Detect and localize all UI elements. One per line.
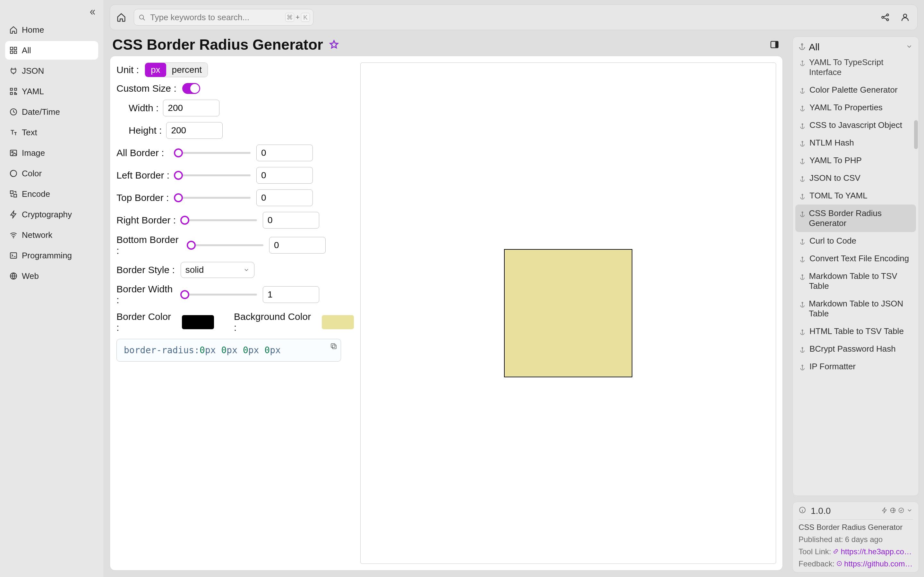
code-v3u: px [248, 345, 259, 356]
sidebar-item-text[interactable]: Text [5, 123, 98, 142]
svg-rect-0 [10, 47, 13, 50]
copy-button[interactable] [330, 342, 338, 352]
published-value: 6 days ago [845, 535, 883, 544]
tool-item-css-js[interactable]: CSS to Javascript Object [795, 116, 916, 134]
chevron-down-icon[interactable] [906, 506, 913, 516]
svg-point-30 [802, 141, 803, 142]
sidebar-item-color[interactable]: Color [5, 164, 98, 183]
tool-item-json-csv[interactable]: JSON to CSV [795, 169, 916, 187]
all-border-slider[interactable] [177, 149, 250, 157]
tool-item-convert-encoding[interactable]: Convert Text File Encoding [795, 250, 916, 268]
tool-item-yaml-php[interactable]: YAML To PHP [795, 152, 916, 169]
tool-item-html-tsv[interactable]: HTML Table to TSV Table [795, 322, 916, 340]
svg-point-41 [802, 365, 803, 366]
all-border-input[interactable] [256, 145, 313, 161]
right-border-slider[interactable] [183, 216, 257, 224]
tool-item-ntlm[interactable]: NTLM Hash [795, 134, 916, 152]
width-label: Width : [129, 103, 158, 113]
custom-size-toggle[interactable] [182, 83, 200, 94]
tool-item-ip-formatter[interactable]: IP Formatter [795, 358, 916, 376]
border-width-slider[interactable] [183, 291, 257, 298]
collapse-sidebar-icon[interactable] [87, 7, 98, 18]
sidebar: Home All JSON YAML Date/Time [0, 0, 103, 577]
tool-item-md-tsv[interactable]: Markdown Table to TSV Table [795, 268, 916, 295]
border-width-label: Border Width : [116, 284, 178, 306]
border-color-swatch[interactable] [182, 315, 214, 329]
height-label: Height : [129, 125, 162, 136]
tool-item-css-border-radius[interactable]: CSS Border Radius Generator [795, 205, 916, 232]
sidebar-item-encode[interactable]: Encode [5, 185, 98, 203]
sidebar-item-yaml[interactable]: YAML [5, 82, 98, 101]
tool-item-yaml-ts[interactable]: YAML To TypeScript Interface [795, 57, 916, 81]
tool-item-label: HTML Table to TSV Table [809, 326, 904, 336]
sidebar-item-label: All [22, 45, 31, 55]
search-shortcut: ⌘ + K [285, 13, 310, 22]
tool-link-url[interactable]: https://t.he3app.co… [841, 547, 911, 556]
panel-toggle-button[interactable] [769, 39, 780, 50]
scroll-thumb[interactable] [914, 120, 918, 149]
bolt-icon [9, 210, 18, 219]
sidebar-item-all[interactable]: All [5, 41, 98, 60]
tool-item-label: CSS to Javascript Object [809, 120, 902, 130]
grid-icon [9, 46, 18, 55]
sidebar-item-network[interactable]: Network [5, 226, 98, 244]
code-v1n: 0 [200, 345, 205, 356]
chevron-down-icon[interactable] [906, 42, 913, 52]
svg-rect-11 [10, 191, 13, 193]
feedback-label: Feedback: [798, 559, 835, 568]
bottom-border-input[interactable] [269, 237, 326, 253]
top-border-input[interactable] [256, 189, 313, 206]
svg-rect-14 [10, 253, 17, 258]
nav-home-icon[interactable] [116, 12, 127, 23]
search-field[interactable]: ⌘ + K [134, 9, 313, 26]
sidebar-item-cryptography[interactable]: Cryptography [5, 205, 98, 224]
tool-item-bcrypt[interactable]: BCrypt Password Hash [795, 340, 916, 358]
svg-rect-4 [10, 88, 13, 90]
width-input[interactable] [163, 100, 220, 116]
share-button[interactable] [879, 11, 892, 24]
svg-point-32 [802, 177, 803, 177]
top-border-slider[interactable] [177, 194, 250, 201]
left-border-input[interactable] [256, 167, 313, 184]
unit-percent-button[interactable]: percent [166, 63, 208, 77]
tool-item-color-palette[interactable]: Color Palette Generator [795, 81, 916, 99]
all-border-label: All Border : [116, 147, 171, 158]
tool-item-label: BCrypt Password Hash [809, 344, 896, 354]
right-border-input[interactable] [263, 212, 319, 229]
border-style-value: solid [186, 265, 204, 275]
svg-rect-12 [14, 194, 17, 197]
bottom-border-slider[interactable] [190, 242, 263, 249]
bolt-icon [881, 506, 888, 516]
sidebar-item-programming[interactable]: Programming [5, 246, 98, 265]
sidebar-item-label: Image [22, 148, 45, 158]
svg-point-39 [802, 330, 803, 331]
image-icon [9, 148, 18, 157]
sidebar-item-image[interactable]: Image [5, 143, 98, 162]
sidebar-item-web[interactable]: Web [5, 267, 98, 285]
tool-item-md-json[interactable]: Markdown Table to JSON Table [795, 295, 916, 322]
svg-rect-22 [775, 41, 779, 48]
account-button[interactable] [899, 11, 911, 24]
kbd-k: K [301, 13, 310, 22]
sidebar-item-label: Date/Time [22, 107, 60, 117]
sidebar-item-datetime[interactable]: Date/Time [5, 103, 98, 121]
left-border-slider[interactable] [177, 171, 250, 179]
border-width-input[interactable] [263, 286, 319, 303]
sidebar-item-json[interactable]: JSON [5, 61, 98, 80]
tool-item-toml-yaml[interactable]: TOML To YAML [795, 187, 916, 205]
sidebar-item-label: Network [22, 230, 52, 240]
svg-rect-3 [14, 51, 17, 53]
feedback-url[interactable]: https://github.com/… [844, 559, 913, 568]
top-border-label: Top Border : [116, 192, 171, 203]
unit-segment[interactable]: px percent [145, 63, 208, 77]
sidebar-item-home[interactable]: Home [5, 21, 98, 39]
search-input[interactable] [150, 12, 285, 23]
favorite-button[interactable] [328, 39, 340, 50]
height-input[interactable] [166, 122, 223, 139]
tool-item-yaml-props[interactable]: YAML To Properties [795, 99, 916, 116]
background-color-swatch[interactable] [322, 315, 354, 329]
tool-item-curl-code[interactable]: Curl to Code [795, 232, 916, 250]
sidebar-item-label: Home [22, 25, 44, 35]
border-style-select[interactable]: solid [181, 262, 254, 278]
unit-px-button[interactable]: px [145, 63, 166, 77]
